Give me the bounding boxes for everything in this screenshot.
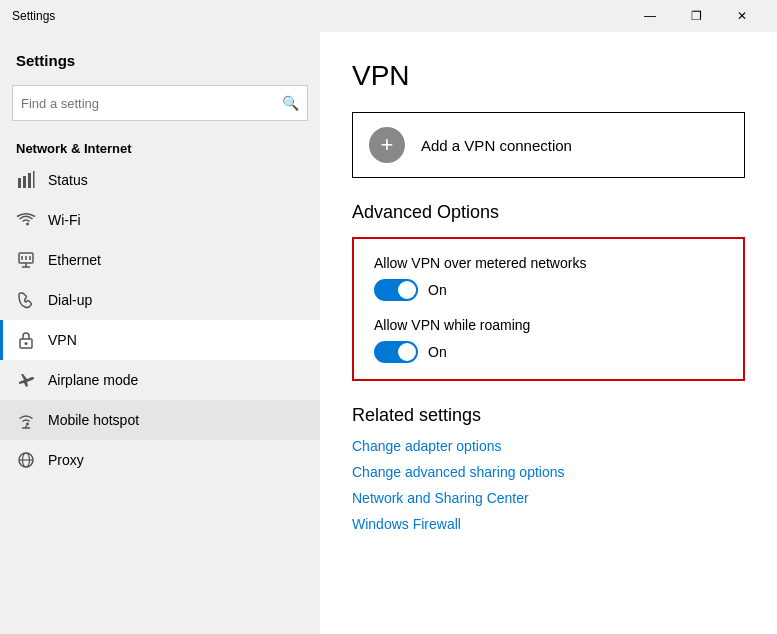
airplane-icon: [16, 370, 36, 390]
status-icon: [16, 170, 36, 190]
toggle-metered-state: On: [428, 282, 447, 298]
svg-rect-0: [18, 178, 21, 188]
svg-rect-1: [23, 176, 26, 188]
sidebar-item-label-status: Status: [48, 172, 88, 188]
settings-window: Settings — ❐ ✕ Settings 🔍 Network & Inte…: [0, 0, 777, 634]
add-vpn-box[interactable]: + Add a VPN connection: [352, 112, 745, 178]
toggle-roaming-state: On: [428, 344, 447, 360]
sidebar-header: Settings: [0, 32, 320, 77]
proxy-icon: [16, 450, 36, 470]
window-title: Settings: [12, 9, 55, 23]
svg-rect-2: [28, 173, 31, 188]
page-title: VPN: [352, 60, 745, 92]
related-settings-title: Related settings: [352, 405, 745, 426]
window-controls: — ❐ ✕: [627, 0, 765, 32]
sidebar-item-label-ethernet: Ethernet: [48, 252, 101, 268]
sidebar-item-label-airplane: Airplane mode: [48, 372, 138, 388]
minimize-button[interactable]: —: [627, 0, 673, 32]
sidebar-item-wifi[interactable]: Wi-Fi: [0, 200, 320, 240]
toggle-metered-row: Allow VPN over metered networks On: [374, 255, 723, 301]
svg-point-11: [25, 342, 28, 345]
sidebar-item-label-proxy: Proxy: [48, 452, 84, 468]
toggle-roaming-control: On: [374, 341, 723, 363]
dialup-icon: [16, 290, 36, 310]
toggle-metered-control: On: [374, 279, 723, 301]
sidebar-item-label-vpn: VPN: [48, 332, 77, 348]
vpn-icon: [16, 330, 36, 350]
section-label: Network & Internet: [0, 133, 320, 160]
svg-rect-3: [33, 171, 35, 188]
related-link-0[interactable]: Change adapter options: [352, 438, 745, 454]
sidebar-item-ethernet[interactable]: Ethernet: [0, 240, 320, 280]
add-vpn-icon: +: [369, 127, 405, 163]
close-button[interactable]: ✕: [719, 0, 765, 32]
sidebar-item-label-hotspot: Mobile hotspot: [48, 412, 139, 428]
search-input[interactable]: [21, 96, 282, 111]
related-link-2[interactable]: Network and Sharing Center: [352, 490, 745, 506]
wifi-icon: [16, 210, 36, 230]
sidebar-item-hotspot[interactable]: Mobile hotspot: [0, 400, 320, 440]
sidebar-item-label-dialup: Dial-up: [48, 292, 92, 308]
main-panel: VPN + Add a VPN connection Advanced Opti…: [320, 32, 777, 634]
content-area: Settings 🔍 Network & Internet Status: [0, 32, 777, 634]
search-box[interactable]: 🔍: [12, 85, 308, 121]
add-vpn-label: Add a VPN connection: [421, 137, 572, 154]
sidebar-item-airplane[interactable]: Airplane mode: [0, 360, 320, 400]
titlebar: Settings — ❐ ✕: [0, 0, 777, 32]
ethernet-icon: [16, 250, 36, 270]
sidebar-item-dialup[interactable]: Dial-up: [0, 280, 320, 320]
advanced-options-title: Advanced Options: [352, 202, 745, 223]
search-icon: 🔍: [282, 95, 299, 111]
sidebar-item-proxy[interactable]: Proxy: [0, 440, 320, 480]
toggle-metered-switch[interactable]: [374, 279, 418, 301]
toggle-roaming-switch[interactable]: [374, 341, 418, 363]
toggle-roaming-row: Allow VPN while roaming On: [374, 317, 723, 363]
sidebar: Settings 🔍 Network & Internet Status: [0, 32, 320, 634]
toggle-metered-label: Allow VPN over metered networks: [374, 255, 723, 271]
maximize-button[interactable]: ❐: [673, 0, 719, 32]
sidebar-item-status[interactable]: Status: [0, 160, 320, 200]
hotspot-icon: [16, 410, 36, 430]
toggle-roaming-label: Allow VPN while roaming: [374, 317, 723, 333]
advanced-options-box: Allow VPN over metered networks On Allow…: [352, 237, 745, 381]
related-link-1[interactable]: Change advanced sharing options: [352, 464, 745, 480]
related-link-3[interactable]: Windows Firewall: [352, 516, 745, 532]
sidebar-item-vpn[interactable]: VPN: [0, 320, 320, 360]
sidebar-item-label-wifi: Wi-Fi: [48, 212, 81, 228]
